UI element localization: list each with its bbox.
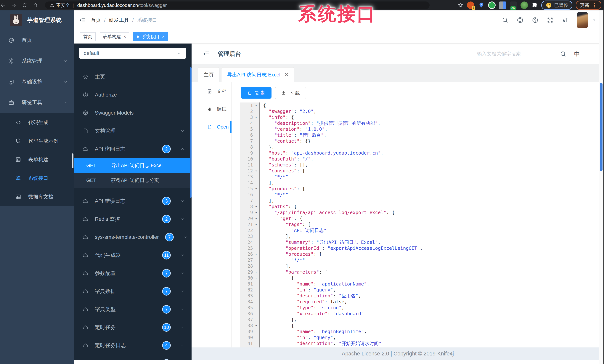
gutter-line[interactable]: 28	[240, 263, 259, 269]
gutter-line[interactable]: 32	[240, 287, 259, 293]
swagger-nav-0[interactable]: 主页	[74, 68, 191, 86]
collapse-menu-icon[interactable]	[202, 50, 210, 58]
gutter-line[interactable]: 19▾	[240, 210, 259, 215]
sidebar-item-0[interactable]: 首页	[0, 30, 74, 50]
doc-tab-1[interactable]: 导出API 访问日志 Excel✕	[221, 67, 294, 82]
gutter-line[interactable]: 29▾	[240, 269, 259, 275]
gutter-line[interactable]: 14	[240, 180, 259, 186]
sidebar-subitem-0[interactable]: 代码生成	[0, 113, 74, 132]
gutter-line[interactable]: 2	[240, 108, 259, 114]
sidebar-item-2[interactable]: 基础设施	[0, 71, 74, 92]
gutter-line[interactable]: 31	[240, 281, 259, 287]
browser-back-icon[interactable]	[0, 2, 11, 8]
logo-row[interactable]: 芋道管理系统	[0, 10, 74, 30]
swagger-group-6[interactable]: 字典类型7	[74, 300, 191, 318]
bookmark-star-icon[interactable]	[457, 2, 464, 8]
help-icon[interactable]	[532, 17, 539, 24]
gutter-line[interactable]: 39	[240, 329, 259, 335]
gutter-line[interactable]: 35	[240, 305, 259, 311]
gutter-line[interactable]: 8	[240, 144, 259, 150]
doc-menu-2[interactable]: Open	[191, 118, 231, 136]
sidebar-item-3[interactable]: 研发工具	[0, 92, 74, 113]
extension-grid-icon[interactable]	[499, 1, 506, 9]
gutter-line[interactable]: 11	[240, 162, 259, 168]
gutter-line[interactable]: 7	[240, 138, 259, 144]
doc-menu-0[interactable]: 文档	[191, 82, 231, 100]
gutter-line[interactable]: 13	[240, 174, 259, 180]
operation-1[interactable]: GET获得API 访问日志分页	[74, 173, 191, 188]
gutter-line[interactable]: 18▾	[240, 204, 259, 210]
breadcrumb-item[interactable]: 系统接口	[137, 17, 157, 24]
close-icon[interactable]: ✕	[285, 72, 289, 78]
gutter-line[interactable]: 4	[240, 120, 259, 126]
sidebar-item-1[interactable]: 系统管理	[0, 50, 74, 71]
sidebar-scrollbar-thumb[interactable]	[72, 153, 74, 168]
gutter-line[interactable]: 15▾	[240, 186, 259, 192]
doc-menu-1[interactable]: 调试	[191, 100, 231, 118]
browser-home-icon[interactable]	[32, 2, 43, 8]
doc-search-icon[interactable]	[560, 50, 566, 57]
close-icon[interactable]: ×	[162, 34, 164, 39]
json-editor[interactable]: 1▾23▾456789101112▾131415▾161718▾19▾20▾21…	[240, 102, 604, 347]
swagger-scrollbar-thumb[interactable]	[190, 67, 191, 198]
sidebar-subitem-4[interactable]: 数据库文档	[0, 188, 74, 206]
breadcrumb-item[interactable]: 研发工具	[109, 17, 129, 24]
browser-update-button[interactable]: 更新 ⋮	[576, 0, 601, 10]
browser-menu-icon[interactable]: ⋮	[591, 2, 597, 9]
window-scrollbar-thumb[interactable]	[600, 83, 603, 171]
swagger-group-1[interactable]: Redis 监控2	[74, 210, 191, 228]
doc-tab-0[interactable]: 主页	[198, 67, 219, 82]
gutter-line[interactable]: 9	[240, 150, 259, 156]
swagger-group-8[interactable]: 定时任务日志4	[74, 336, 191, 354]
gutter-line[interactable]: 21▾	[240, 222, 259, 227]
gutter-line[interactable]: 1▾	[240, 102, 259, 108]
github-icon[interactable]	[516, 17, 524, 24]
doc-search-input[interactable]	[477, 49, 552, 59]
gutter-line[interactable]: 27	[240, 257, 259, 263]
breadcrumb-item[interactable]: 首页	[91, 17, 101, 24]
window-scrollbar[interactable]	[599, 10, 604, 364]
gutter-line[interactable]: 17	[240, 198, 259, 204]
sidebar-subitem-1[interactable]: 代码生成示例	[0, 132, 74, 150]
gutter-line[interactable]: 33	[240, 293, 259, 299]
api-group-select[interactable]: default	[79, 48, 186, 59]
user-avatar[interactable]	[577, 12, 588, 28]
gutter-line[interactable]: 40	[240, 335, 259, 340]
swagger-group-2[interactable]: sys-sms-template-controller7	[74, 228, 191, 246]
map-pin-extension-icon[interactable]	[478, 2, 485, 9]
gutter-line[interactable]: 10	[240, 156, 259, 162]
swagger-nav-2[interactable]: Swagger Models	[74, 104, 191, 122]
copy-button[interactable]: 复 制	[241, 87, 272, 99]
gutter-line[interactable]: 30▾	[240, 275, 259, 281]
sidebar-subitem-3[interactable]: 系统接口	[0, 169, 74, 188]
swagger-group-5[interactable]: 字典数据7	[74, 282, 191, 300]
gutter-line[interactable]: 16	[240, 192, 259, 198]
hamburger-icon[interactable]	[79, 17, 86, 24]
gutter-line[interactable]: 12▾	[240, 168, 259, 174]
gutter-line[interactable]: 5	[240, 126, 259, 132]
close-icon[interactable]: ×	[124, 34, 126, 39]
extension-icon[interactable]	[488, 1, 496, 9]
browser-forward-icon[interactable]	[11, 2, 22, 8]
fullscreen-icon[interactable]	[547, 17, 554, 24]
extension-icon[interactable]: on	[510, 1, 517, 9]
extensions-puzzle-icon[interactable]	[531, 2, 538, 9]
gutter-line[interactable]: 37	[240, 317, 259, 323]
gutter-line[interactable]: 26▾	[240, 251, 259, 257]
swagger-group-3[interactable]: 代码生成器11	[74, 246, 191, 264]
swagger-nav-1[interactable]: Authorize	[74, 86, 191, 104]
gutter-line[interactable]: 20▾	[240, 215, 259, 222]
gutter-line[interactable]: 36	[240, 311, 259, 317]
swagger-group-9[interactable]: 岗位	[74, 354, 191, 364]
gutter-line[interactable]: 41	[240, 340, 259, 347]
language-toggle[interactable]: 中	[574, 50, 580, 58]
gutter-line[interactable]: 6	[240, 132, 259, 138]
swagger-group-0[interactable]: API 错误日志3	[74, 192, 191, 210]
tag-1[interactable]: 表单构建×	[100, 32, 129, 41]
profile-paused-button[interactable]: 已暂停	[541, 0, 572, 10]
tag-0[interactable]: 首页	[80, 32, 96, 41]
swagger-group-expanded[interactable]: API 访问日志2	[74, 140, 191, 158]
extension-icon[interactable]: 1	[467, 1, 474, 9]
download-button[interactable]: 下 载	[275, 87, 306, 99]
gutter-line[interactable]: 25	[240, 245, 259, 251]
